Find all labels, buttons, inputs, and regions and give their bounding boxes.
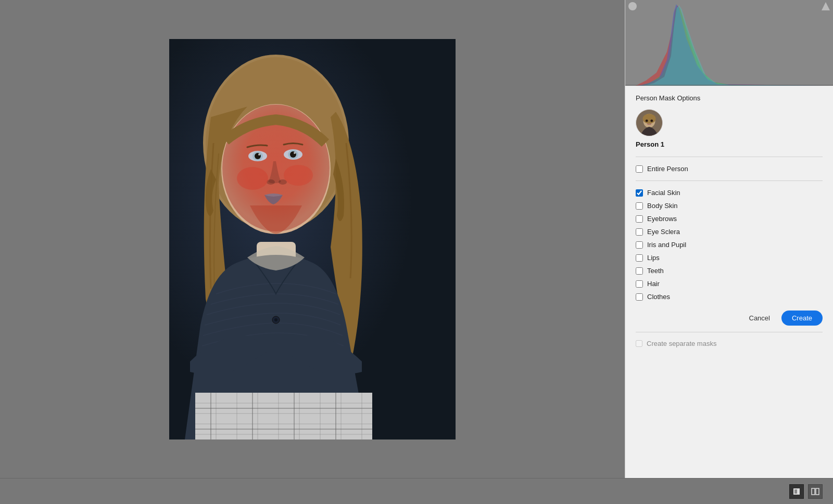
clothes-checkbox[interactable] xyxy=(636,293,643,301)
svg-rect-49 xyxy=(812,488,815,495)
svg-point-46 xyxy=(650,120,653,122)
person-info: Person 1 xyxy=(636,109,823,148)
option-row-entire-person: Entire Person xyxy=(636,162,823,175)
compare-tool-button[interactable] xyxy=(808,484,823,499)
panel-title: Person Mask Options xyxy=(636,94,823,102)
canvas-area xyxy=(0,0,625,478)
divider-2 xyxy=(636,180,823,181)
option-row-clothes: Clothes xyxy=(636,290,823,303)
hair-label[interactable]: Hair xyxy=(647,280,660,288)
histogram-icons xyxy=(628,2,830,10)
option-row-lips: Lips xyxy=(636,251,823,264)
create-button[interactable]: Create xyxy=(781,311,823,326)
svg-point-6 xyxy=(274,318,277,321)
photo-frame xyxy=(169,39,456,440)
option-row-facial-skin: Facial Skin xyxy=(636,186,823,199)
svg-point-45 xyxy=(646,120,648,122)
svg-rect-48 xyxy=(794,489,797,494)
person-label: Person 1 xyxy=(636,140,664,148)
facial-skin-checkbox[interactable] xyxy=(636,189,643,197)
clothes-label[interactable]: Clothes xyxy=(647,293,670,301)
create-separate-label[interactable]: Create separate masks xyxy=(647,340,716,347)
mask-tool-button[interactable] xyxy=(789,484,804,499)
option-row-eyebrows: Eyebrows xyxy=(636,212,823,225)
person-avatar xyxy=(636,109,663,136)
teeth-checkbox[interactable] xyxy=(636,267,643,275)
compare-icon xyxy=(811,487,819,496)
mask-options-panel: Person Mask Options Person 1 xyxy=(625,86,833,478)
eyebrows-label[interactable]: Eyebrows xyxy=(647,215,677,223)
lips-label[interactable]: Lips xyxy=(647,254,660,262)
body-skin-label[interactable]: Body Skin xyxy=(647,202,678,210)
body-skin-checkbox[interactable] xyxy=(636,202,643,210)
entire-person-label[interactable]: Entire Person xyxy=(647,165,688,173)
histogram-area xyxy=(625,0,833,86)
eye-sclera-label[interactable]: Eye Sclera xyxy=(647,228,680,236)
svg-point-44 xyxy=(643,114,656,124)
facial-skin-label[interactable]: Facial Skin xyxy=(647,189,680,197)
eyebrows-checkbox[interactable] xyxy=(636,215,643,223)
create-separate-checkbox[interactable] xyxy=(636,340,642,347)
bottom-divider xyxy=(636,332,823,332)
histogram-right-icon xyxy=(822,2,830,10)
svg-point-20 xyxy=(284,165,313,186)
option-row-teeth: Teeth xyxy=(636,264,823,277)
divider-1 xyxy=(636,157,823,157)
svg-point-19 xyxy=(237,167,268,190)
hair-checkbox[interactable] xyxy=(636,280,643,288)
option-row-eye-sclera: Eye Sclera xyxy=(636,225,823,238)
main-area: Person Mask Options Person 1 xyxy=(0,0,833,478)
right-panel: Person Mask Options Person 1 xyxy=(625,0,833,478)
svg-point-12 xyxy=(258,153,260,156)
histogram-left-icon xyxy=(628,2,637,10)
entire-person-checkbox[interactable] xyxy=(636,165,643,173)
cancel-button[interactable]: Cancel xyxy=(743,311,776,325)
iris-pupil-label[interactable]: Iris and Pupil xyxy=(647,241,686,249)
photo-background xyxy=(169,39,456,440)
mask-icon xyxy=(792,487,801,496)
eye-sclera-checkbox[interactable] xyxy=(636,228,643,236)
buttons-row: Cancel Create xyxy=(636,303,823,330)
histogram-chart xyxy=(625,0,833,86)
bottom-toolbar xyxy=(0,478,833,504)
option-row-hair: Hair xyxy=(636,277,823,290)
svg-rect-50 xyxy=(816,488,819,495)
create-separate-row: Create separate masks xyxy=(636,338,823,350)
lips-checkbox[interactable] xyxy=(636,254,643,262)
iris-pupil-checkbox[interactable] xyxy=(636,241,643,249)
teeth-label[interactable]: Teeth xyxy=(647,267,664,275)
option-row-body-skin: Body Skin xyxy=(636,199,823,212)
svg-point-16 xyxy=(294,152,296,154)
option-row-iris-pupil: Iris and Pupil xyxy=(636,238,823,251)
